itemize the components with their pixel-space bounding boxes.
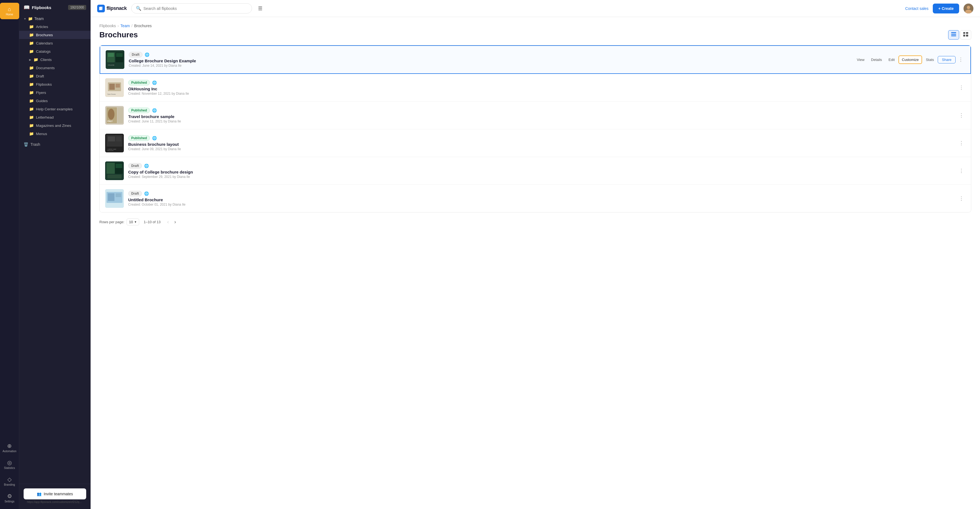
breadcrumb-current: Brochures [134,24,152,28]
menus-folder-icon: 📁 [29,132,34,136]
sidebar-item-clients[interactable]: ▶ 📁 Clients [19,56,91,64]
search-input[interactable] [143,6,247,11]
globe-icon: 🌐 [145,52,150,57]
flipbook-thumbnail [105,161,124,180]
sidebar-item-automation[interactable]: ⊕ Automation [0,440,19,455]
statistics-label: Statistics [4,466,15,469]
view-button[interactable]: View [854,56,867,64]
flipbook-info: Published 🌐 OkHousing Inc Created: Novem… [128,80,953,95]
breadcrumb-root[interactable]: Flipbooks [99,24,116,28]
sidebar-item-letterhead[interactable]: 📁 Letterhead [19,113,91,121]
sidebar-item-home[interactable]: ⌂ Home [0,3,19,19]
sidebar-item-branding[interactable]: ◇ Branding [0,473,19,489]
sidebar-header: 📖 Flipbooks 192/1000 [19,0,91,13]
table-row: Draft 🌐 Untitled Brochure Created: Octob… [100,185,971,212]
sidebar-item-calendars[interactable]: 📁 Calendars [19,39,91,47]
brochures-folder-icon: 📁 [29,33,34,37]
sidebar-item-menus[interactable]: 📁 Menus [19,130,91,138]
svg-rect-16 [116,53,123,57]
flipbook-actions: ⋮ [957,139,966,147]
flipbook-thumbnail: Open Houses [105,78,124,97]
flipbook-meta: Draft 🌐 [128,191,953,196]
breadcrumb-team[interactable]: Team [121,24,130,28]
sidebar-item-statistics[interactable]: ◎ Statistics [0,457,19,472]
flipbook-meta: Draft 🌐 [129,52,850,57]
more-options-button[interactable]: ⋮ [957,194,966,203]
edit-button[interactable]: Edit [886,56,897,64]
sidebar-item-brochures[interactable]: 📁 Brochures [19,31,91,39]
invite-teammates-button[interactable]: 👥 Invite teammates [24,488,86,499]
magazines-label: Magazines and Zines [36,124,71,128]
sidebar-item-trash[interactable]: 🗑️ Trash [19,140,91,149]
more-options-button[interactable]: ⋮ [957,83,966,92]
filter-button[interactable]: ☰ [256,4,264,13]
sidebar-item-catalogs[interactable]: 📁 Catalogs [19,47,91,56]
stats-button[interactable]: Stats [923,56,937,64]
svg-rect-10 [963,35,965,37]
globe-icon: 🌐 [144,191,149,196]
svg-rect-30 [108,137,115,142]
documents-label: Documents [36,66,55,70]
sidebar-item-flyers[interactable]: 📁 Flyers [19,88,91,97]
flipbook-actions: ⋮ [957,194,966,203]
content-area: Flipbooks › Team / Brochures Brochures [91,17,980,509]
svg-rect-42 [116,193,121,197]
sidebar-item-flipbooks[interactable]: 📁 Flipbooks [19,80,91,88]
search-bar[interactable]: 🔍 [131,3,252,13]
sidebar-item-help-center[interactable]: 📁 Help Center examples [19,105,91,113]
next-page-button[interactable]: › [172,218,178,226]
sidebar-item-documents[interactable]: 📁 Documents [19,64,91,72]
more-options-button[interactable]: ⋮ [957,56,965,64]
avatar[interactable] [964,3,974,13]
more-options-button[interactable]: ⋮ [957,139,966,147]
team-folder-icon: 📁 [28,16,33,21]
table-row: Draft 🌐 Copy of College brochure design … [100,157,971,185]
status-badge: Draft [128,191,142,196]
team-section-header[interactable]: ▼ 📁 Team [19,15,91,22]
create-button[interactable]: + Create [933,3,959,13]
sidebar-item-articles[interactable]: 📁 Articles [19,22,91,31]
more-options-button[interactable]: ⋮ [957,111,966,119]
guides-label: Guides [36,99,48,103]
letterhead-label: Letterhead [36,115,54,119]
flipbook-list: COLLEGE Draft 🌐 College Brochure Design … [99,45,971,213]
flipbook-title: OkHousing Inc [128,86,953,91]
sidebar-item-magazines[interactable]: 📁 Magazines and Zines [19,121,91,130]
trash-icon: 🗑️ [24,142,28,146]
sidebar-url-hint: https://app.flipsnack.com/customize/cf21… [24,499,86,504]
flipbook-date: Created: June 09, 2021 by Diana Ile [128,147,953,151]
svg-rect-21 [116,84,120,87]
svg-rect-38 [107,175,122,178]
svg-rect-37 [116,164,122,168]
status-badge: Draft [129,52,142,57]
sidebar-item-settings[interactable]: ⚙ Settings [0,490,19,506]
clients-label: Clients [40,58,52,62]
sidebar-item-guides[interactable]: 📁 Guides [19,97,91,105]
contact-sales-button[interactable]: Contact sales [905,6,929,11]
flipbook-thumbnail: COMPANY NAME BROCHURE [105,134,124,153]
flipbook-meta: Published 🌐 [128,80,953,85]
rows-per-page-select[interactable]: 10 ▼ [127,218,139,226]
topbar-right: Contact sales + Create [905,3,974,13]
flipbooks-folder-icon: 📁 [29,82,34,86]
sidebar-tree: ▼ 📁 Team 📁 Articles 📁 Brochures 📁 Calend… [19,13,91,484]
view-list-button[interactable] [948,30,959,40]
prev-page-button[interactable]: ‹ [165,218,171,226]
globe-icon: 🌐 [144,164,149,168]
flipbook-date: Created: September 29, 2021 by Diana Ile [128,175,953,179]
letterhead-folder-icon: 📁 [29,115,34,119]
list-view-icon [951,32,956,38]
sidebar-item-draft[interactable]: 📁 Draft [19,72,91,80]
automation-icon: ⊕ [7,442,12,449]
flyers-label: Flyers [36,91,46,95]
clients-arrow-icon: ▶ [29,58,31,61]
view-grid-button[interactable] [960,30,971,40]
customize-button[interactable]: Customize [899,56,922,64]
share-button[interactable]: Share [938,56,956,64]
statistics-icon: ◎ [7,459,12,466]
guides-folder-icon: 📁 [29,99,34,103]
more-options-button[interactable]: ⋮ [957,167,966,175]
flipbook-meta: Published 🌐 [128,108,953,113]
details-button[interactable]: Details [868,56,885,64]
flipbooks-count-badge: 192/1000 [68,5,86,10]
